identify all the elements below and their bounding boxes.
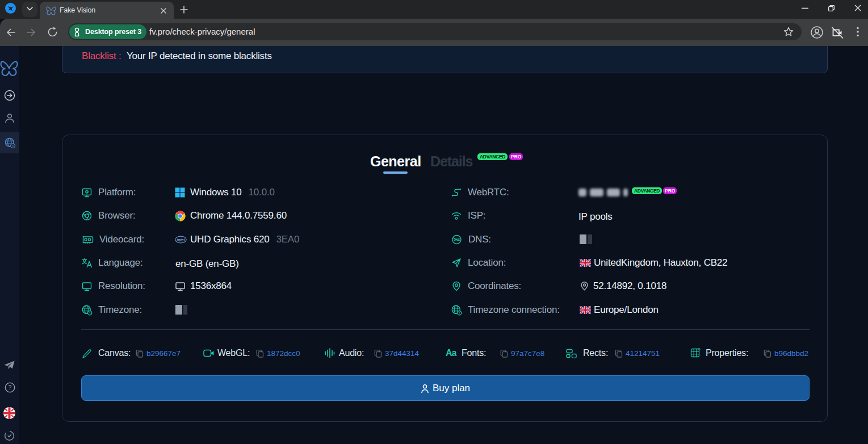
svg-text:?: ? — [9, 384, 12, 391]
svg-text:DNS: DNS — [454, 238, 460, 241]
svg-text:intel: intel — [177, 238, 185, 242]
